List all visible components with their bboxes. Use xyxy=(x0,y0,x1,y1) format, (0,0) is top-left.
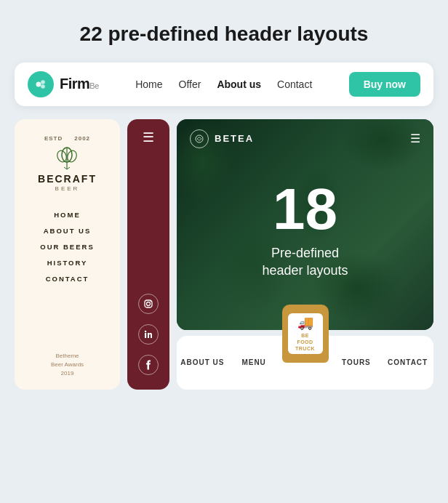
betea-nav-contact[interactable]: CONTACT xyxy=(382,336,433,390)
estd-year: 2002 xyxy=(74,135,90,142)
svg-point-0 xyxy=(36,81,41,86)
logo-suffix: Be xyxy=(89,81,98,90)
demo-logo: FirmBe xyxy=(28,71,99,97)
header-demo-card: FirmBe Home Offer About us Contact Buy n… xyxy=(15,63,433,106)
nav-contact[interactable]: Contact xyxy=(277,79,312,90)
becraft-nav-home[interactable]: HOME xyxy=(54,211,81,219)
becraft-brand: BECRAFT xyxy=(38,174,97,185)
betea-nav-about[interactable]: ABOUT US xyxy=(177,336,228,390)
becraft-nav-beers[interactable]: OUR BEERS xyxy=(40,243,94,251)
sidebar-card: ☰ xyxy=(127,119,169,390)
betea-hamburger-icon[interactable]: ☰ xyxy=(410,132,420,145)
linkedin-icon[interactable] xyxy=(138,324,159,345)
nav-offer[interactable]: Offer xyxy=(179,79,201,90)
betea-bottom-nav: ABOUT US MENU 🚚 BEFOODTRUCK TOURS CONTAC… xyxy=(177,336,433,390)
becraft-award: Betheme Beer Awards 2019 xyxy=(51,337,84,378)
becraft-logo-area: ESTD 2002 BECRAFT BEER xyxy=(38,135,97,192)
betea-header: BETEA ☰ xyxy=(177,119,433,158)
becraft-beer: BEER xyxy=(55,185,80,192)
page-title: 22 pre-defined header layouts xyxy=(80,22,369,47)
betea-logo-text: BETEA xyxy=(215,133,254,144)
nav-home[interactable]: Home xyxy=(135,79,162,90)
logo-icon xyxy=(28,71,54,97)
becraft-nav-history[interactable]: HISTORY xyxy=(47,259,88,267)
demo-nav: Home Offer About us Contact xyxy=(135,79,312,90)
svg-point-12 xyxy=(150,301,151,302)
estd-label: ESTD xyxy=(44,135,63,142)
svg-rect-13 xyxy=(145,333,146,338)
betea-logo: BETEA xyxy=(190,129,254,148)
betea-nav-menu[interactable]: MENU xyxy=(228,336,280,390)
betea-number: 18 xyxy=(273,180,337,238)
svg-point-14 xyxy=(145,330,146,331)
betea-nav-tours[interactable]: TOURS xyxy=(331,336,383,390)
becraft-estd: ESTD 2002 xyxy=(44,135,90,142)
cards-row: ESTD 2002 BECRAFT BEER HOME ABOUT US OUR… xyxy=(15,119,433,390)
facebook-icon[interactable] xyxy=(138,355,159,375)
svg-point-1 xyxy=(41,80,45,84)
becraft-nav-about[interactable]: ABOUT US xyxy=(44,227,92,235)
betea-wrapper: BETEA ☰ 18 Pre-defined header layouts AB… xyxy=(177,119,433,390)
becraft-nav: HOME ABOUT US OUR BEERS HISTORY CONTACT xyxy=(23,211,111,283)
betea-logo-icon xyxy=(190,129,209,148)
food-truck-label: BEFOODTRUCK xyxy=(295,332,315,352)
food-truck-inner: 🚚 BEFOODTRUCK xyxy=(288,313,323,354)
betea-card: BETEA ☰ 18 Pre-defined header layouts xyxy=(177,119,433,330)
nav-about[interactable]: About us xyxy=(217,79,261,90)
becraft-nav-contact[interactable]: CONTACT xyxy=(46,275,89,283)
social-icons xyxy=(138,294,159,375)
truck-icon: 🚚 xyxy=(297,315,313,331)
food-truck-button[interactable]: 🚚 BEFOODTRUCK xyxy=(282,305,329,363)
instagram-icon[interactable] xyxy=(138,294,159,314)
svg-point-2 xyxy=(41,84,45,89)
hamburger-icon[interactable]: ☰ xyxy=(143,131,154,144)
logo-text: FirmBe xyxy=(60,76,99,92)
becraft-card: ESTD 2002 BECRAFT BEER HOME ABOUT US OUR… xyxy=(15,119,120,390)
betea-subtitle: Pre-defined header layouts xyxy=(262,244,348,280)
betea-content: 18 Pre-defined header layouts xyxy=(177,158,433,280)
hop-icon xyxy=(53,143,81,171)
svg-point-11 xyxy=(147,302,151,305)
buy-button[interactable]: Buy now xyxy=(349,72,420,97)
